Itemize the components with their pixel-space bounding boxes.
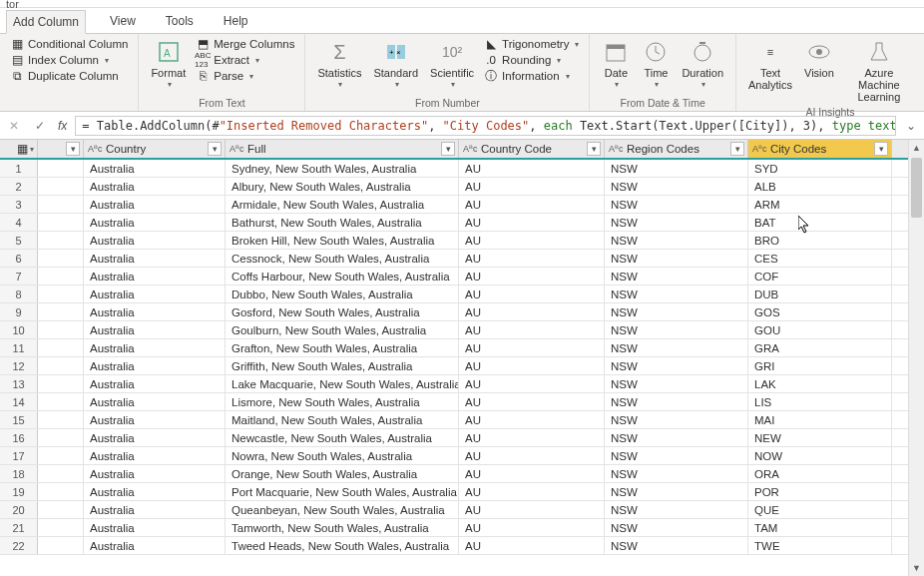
information-button[interactable]: ⓘInformation▾	[482, 68, 581, 84]
date-button[interactable]: Date▾	[598, 36, 634, 91]
cell-full[interactable]: Lismore, New South Wales, Australia	[226, 393, 459, 410]
cell-blank[interactable]	[38, 375, 84, 392]
cell-country-code[interactable]: AU	[459, 429, 605, 446]
row-header[interactable]: 13	[0, 375, 38, 392]
cell-country[interactable]: Australia	[84, 357, 226, 374]
table-row[interactable]: 2AustraliaAlbury, New South Wales, Austr…	[0, 178, 908, 196]
formula-confirm-button[interactable]: ✓	[30, 116, 50, 136]
row-header[interactable]: 19	[0, 483, 38, 500]
table-row[interactable]: 15AustraliaMaitland, New South Wales, Au…	[0, 411, 908, 429]
cell-region-code[interactable]: NSW	[605, 286, 748, 302]
cell-full[interactable]: Gosford, New South Wales, Australia	[226, 303, 459, 320]
column-header-country-code[interactable]: AᴮcCountry Code▾	[459, 140, 605, 158]
cell-country-code[interactable]: AU	[459, 196, 605, 213]
cell-country[interactable]: Australia	[84, 286, 226, 302]
table-row[interactable]: 20AustraliaQueanbeyan, New South Wales, …	[0, 501, 908, 519]
filter-icon[interactable]: ▾	[874, 142, 888, 156]
cell-region-code[interactable]: NSW	[605, 178, 748, 195]
cell-blank[interactable]	[38, 321, 84, 338]
cell-blank[interactable]	[38, 483, 84, 500]
cell-full[interactable]: Coffs Harbour, New South Wales, Australi…	[226, 268, 459, 285]
tab-view[interactable]: View	[104, 10, 142, 32]
cell-country-code[interactable]: AU	[459, 519, 605, 536]
cell-country-code[interactable]: AU	[459, 160, 605, 177]
cell-region-code[interactable]: NSW	[605, 537, 748, 554]
table-row[interactable]: 13AustraliaLake Macquarie, New South Wal…	[0, 375, 908, 393]
cell-city-code[interactable]: TWE	[748, 537, 892, 554]
table-row[interactable]: 1AustraliaSydney, New South Wales, Austr…	[0, 160, 908, 178]
table-row[interactable]: 8AustraliaDubbo, New South Wales, Austra…	[0, 286, 908, 303]
cell-full[interactable]: Cessnock, New South Wales, Australia	[226, 250, 459, 267]
table-row[interactable]: 17AustraliaNowra, New South Wales, Austr…	[0, 447, 908, 465]
cell-country-code[interactable]: AU	[459, 339, 605, 356]
column-header-full[interactable]: AᴮcFull▾	[226, 140, 459, 158]
row-header[interactable]: 17	[0, 447, 38, 464]
row-header[interactable]: 15	[0, 411, 38, 428]
cell-blank[interactable]	[38, 286, 84, 302]
cell-region-code[interactable]: NSW	[605, 393, 748, 410]
row-header[interactable]: 16	[0, 429, 38, 446]
cell-country-code[interactable]: AU	[459, 447, 605, 464]
cell-city-code[interactable]: SYD	[748, 160, 892, 177]
cell-city-code[interactable]: QUE	[748, 501, 892, 518]
cell-city-code[interactable]: ALB	[748, 178, 892, 195]
table-row[interactable]: 19AustraliaPort Macquarie, New South Wal…	[0, 483, 908, 501]
column-header-blank[interactable]: ▾	[38, 140, 84, 158]
table-row[interactable]: 16AustraliaNewcastle, New South Wales, A…	[0, 429, 908, 447]
cell-full[interactable]: Nowra, New South Wales, Australia	[226, 447, 459, 464]
cell-region-code[interactable]: NSW	[605, 519, 748, 536]
cell-country-code[interactable]: AU	[459, 268, 605, 285]
cell-country-code[interactable]: AU	[459, 501, 605, 518]
cell-country-code[interactable]: AU	[459, 465, 605, 482]
merge-columns-button[interactable]: ⬒Merge Columns	[194, 36, 296, 52]
cell-blank[interactable]	[38, 232, 84, 249]
cell-country-code[interactable]: AU	[459, 232, 605, 249]
table-row[interactable]: 21AustraliaTamworth, New South Wales, Au…	[0, 519, 908, 537]
format-button[interactable]: A Format▾	[147, 36, 190, 91]
cell-country-code[interactable]: AU	[459, 537, 605, 554]
cell-country-code[interactable]: AU	[459, 321, 605, 338]
filter-icon[interactable]: ▾	[730, 142, 744, 156]
cell-country[interactable]: Australia	[84, 465, 226, 482]
cell-city-code[interactable]: COF	[748, 268, 892, 285]
row-header[interactable]: 6	[0, 250, 38, 267]
cell-blank[interactable]	[38, 501, 84, 518]
cell-full[interactable]: Sydney, New South Wales, Australia	[226, 160, 459, 177]
cell-country[interactable]: Australia	[84, 501, 226, 518]
cell-country-code[interactable]: AU	[459, 286, 605, 302]
cell-region-code[interactable]: NSW	[605, 214, 748, 231]
formula-input[interactable]: = Table.AddColumn(#"Inserted Removed Cha…	[75, 116, 896, 136]
cell-region-code[interactable]: NSW	[605, 447, 748, 464]
cell-region-code[interactable]: NSW	[605, 268, 748, 285]
tab-tools[interactable]: Tools	[160, 10, 200, 32]
row-header[interactable]: 11	[0, 339, 38, 356]
row-header[interactable]: 4	[0, 214, 38, 231]
cell-blank[interactable]	[38, 303, 84, 320]
cell-country[interactable]: Australia	[84, 232, 226, 249]
cell-full[interactable]: Griffith, New South Wales, Australia	[226, 357, 459, 374]
cell-full[interactable]: Dubbo, New South Wales, Australia	[226, 286, 459, 302]
cell-country[interactable]: Australia	[84, 429, 226, 446]
column-header-city-codes[interactable]: AᴮcCity Codes▾	[748, 140, 892, 158]
cell-city-code[interactable]: GOU	[748, 321, 892, 338]
row-header[interactable]: 3	[0, 196, 38, 213]
cell-country-code[interactable]: AU	[459, 375, 605, 392]
cell-country[interactable]: Australia	[84, 393, 226, 410]
cell-full[interactable]: Queanbeyan, New South Wales, Australia	[226, 501, 459, 518]
table-row[interactable]: 14AustraliaLismore, New South Wales, Aus…	[0, 393, 908, 411]
cell-full[interactable]: Armidale, New South Wales, Australia	[226, 196, 459, 213]
row-header[interactable]: 10	[0, 321, 38, 338]
tab-add-column[interactable]: Add Column	[6, 10, 86, 34]
standard-button[interactable]: + ×Standard▾	[369, 36, 422, 91]
text-analytics-button[interactable]: ≡Text Analytics	[744, 36, 796, 93]
row-header[interactable]: 12	[0, 357, 38, 374]
rounding-button[interactable]: .0Rounding▾	[482, 52, 581, 68]
cell-country[interactable]: Australia	[84, 250, 226, 267]
cell-blank[interactable]	[38, 519, 84, 536]
cell-country-code[interactable]: AU	[459, 303, 605, 320]
row-header[interactable]: 22	[0, 537, 38, 554]
filter-icon[interactable]: ▾	[441, 142, 455, 156]
cell-full[interactable]: Port Macquarie, New South Wales, Austral…	[226, 483, 459, 500]
duration-button[interactable]: Duration▾	[678, 36, 727, 91]
extract-button[interactable]: ABC123Extract▾	[194, 52, 296, 68]
